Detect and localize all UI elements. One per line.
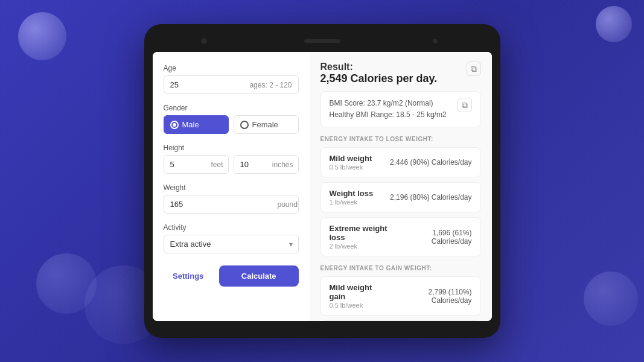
sphere-decoration-1 bbox=[18, 12, 66, 60]
weight-loss-subtitle: 1 lb/week bbox=[330, 198, 374, 206]
gender-male-option[interactable]: Male bbox=[164, 115, 229, 134]
tablet-camera bbox=[201, 38, 207, 44]
form-panel: Age ages: 2 - 120 Gender Male Female bbox=[153, 52, 310, 321]
action-buttons: Settings Calculate bbox=[164, 265, 299, 287]
lose-weight-cards: Mild weight 0.5 lb/week 2,446 (90%) Calo… bbox=[320, 147, 481, 256]
weight-loss-info: Weight loss 1 lb/week bbox=[330, 189, 374, 206]
tablet-speaker bbox=[304, 39, 340, 43]
copy-bmi-icon: ⧉ bbox=[462, 100, 468, 110]
height-inputs: feet inches bbox=[164, 155, 299, 174]
weight-loss-title: Weight loss bbox=[330, 189, 374, 198]
activity-field-group: Activity Sedentary Lightly active Modera… bbox=[164, 223, 299, 253]
activity-label: Activity bbox=[164, 223, 299, 232]
mild-gain-subtitle: 0.5 lb/week bbox=[330, 302, 389, 309]
height-feet-wrap: feet bbox=[164, 155, 229, 174]
female-radio-icon bbox=[240, 121, 249, 129]
activity-select-wrap: Sedentary Lightly active Moderately acti… bbox=[164, 235, 299, 253]
extreme-loss-calories: 1,696 (61%) Calories/day bbox=[398, 229, 471, 246]
height-feet-input[interactable] bbox=[164, 156, 210, 173]
gain-weight-section-label: ENERGY INTAKE TO GAIN WEIGHT: bbox=[320, 265, 481, 272]
settings-button[interactable]: Settings bbox=[164, 267, 213, 285]
mild-gain-info: Mild weight gain 0.5 lb/week bbox=[330, 283, 389, 309]
result-header: Result: 2,549 Calories per day. ⧉ bbox=[320, 62, 481, 85]
extreme-loss-subtitle: 2 lb/week bbox=[330, 243, 398, 250]
mild-weight-calories: 2,446 (90%) Calories/day bbox=[390, 158, 471, 167]
list-item: Mild weight 0.5 lb/week 2,446 (90%) Calo… bbox=[320, 147, 481, 177]
height-field-group: Height feet inches bbox=[164, 144, 299, 174]
mild-weight-info: Mild weight 0.5 lb/week bbox=[330, 154, 372, 171]
result-title: Result: bbox=[320, 62, 438, 72]
sphere-decoration-3 bbox=[596, 6, 632, 42]
mild-gain-title: Mild weight gain bbox=[330, 283, 389, 301]
bmi-card: BMI Score: 23.7 kg/m2 (Normal) Healthy B… bbox=[320, 91, 481, 127]
age-field-group: Age ages: 2 - 120 bbox=[164, 64, 299, 94]
mild-weight-subtitle: 0.5 lb/week bbox=[330, 164, 372, 171]
weight-field-group: Weight pounds bbox=[164, 183, 299, 214]
age-input-wrap: ages: 2 - 120 bbox=[164, 75, 299, 94]
inches-unit-label: inches bbox=[271, 156, 298, 173]
weight-input-wrap: pounds bbox=[164, 195, 299, 214]
tablet-frame: Age ages: 2 - 120 Gender Male Female bbox=[144, 24, 500, 338]
list-item: Weight gain 1 lb/week 2,999 (120%) Calor… bbox=[320, 320, 481, 321]
list-item: Weight loss 1 lb/week 2,196 (80%) Calori… bbox=[320, 182, 481, 212]
lose-weight-section-label: ENERGY INTAKE TO LOSE WEIGHT: bbox=[320, 136, 481, 142]
gender-label: Gender bbox=[164, 104, 299, 112]
bmi-score: BMI Score: 23.7 kg/m2 (Normal) bbox=[330, 98, 447, 109]
weight-input[interactable] bbox=[164, 195, 278, 213]
list-item: Extreme weight loss 2 lb/week 1,696 (61%… bbox=[320, 217, 481, 256]
gender-options: Male Female bbox=[164, 115, 299, 134]
copy-icon: ⧉ bbox=[471, 64, 477, 74]
result-panel: Result: 2,549 Calories per day. ⧉ BMI Sc… bbox=[310, 52, 492, 321]
height-inches-input[interactable] bbox=[234, 156, 271, 173]
bmi-info: BMI Score: 23.7 kg/m2 (Normal) Healthy B… bbox=[330, 98, 447, 121]
copy-calories-button[interactable]: ⧉ bbox=[467, 62, 481, 76]
weight-label: Weight bbox=[164, 183, 299, 192]
gender-female-label: Female bbox=[252, 120, 278, 129]
gender-female-option[interactable]: Female bbox=[234, 115, 299, 134]
result-calories: 2,549 Calories per day. bbox=[320, 72, 438, 85]
calculate-button[interactable]: Calculate bbox=[219, 265, 299, 287]
tablet-top-bar bbox=[153, 33, 492, 49]
feet-unit-label: feet bbox=[209, 156, 228, 173]
extreme-loss-info: Extreme weight loss 2 lb/week bbox=[330, 224, 398, 250]
gender-male-label: Male bbox=[182, 120, 199, 129]
gain-weight-section: ENERGY INTAKE TO GAIN WEIGHT: Mild weigh… bbox=[320, 265, 481, 321]
male-radio-icon bbox=[170, 121, 179, 129]
age-input[interactable] bbox=[164, 76, 250, 94]
mild-gain-calories: 2,799 (110%) Calories/day bbox=[389, 288, 472, 305]
mild-weight-title: Mild weight bbox=[330, 154, 372, 163]
gender-field-group: Gender Male Female bbox=[164, 104, 299, 134]
list-item: Mild weight gain 0.5 lb/week 2,799 (110%… bbox=[320, 276, 481, 316]
result-text: Result: 2,549 Calories per day. bbox=[320, 62, 438, 85]
age-label: Age bbox=[164, 64, 299, 72]
height-inches-wrap: inches bbox=[234, 155, 299, 174]
tablet-dot bbox=[433, 39, 438, 43]
bmi-range: Healthy BMI Range: 18.5 - 25 kg/m2 bbox=[330, 109, 447, 121]
copy-bmi-button[interactable]: ⧉ bbox=[457, 98, 472, 112]
sphere-decoration-6 bbox=[584, 272, 638, 326]
height-label: Height bbox=[164, 144, 299, 152]
age-hint: ages: 2 - 120 bbox=[249, 77, 298, 94]
weight-loss-calories: 2,196 (80%) Calories/day bbox=[390, 193, 471, 202]
extreme-loss-title: Extreme weight loss bbox=[330, 224, 398, 242]
activity-select[interactable]: Sedentary Lightly active Moderately acti… bbox=[164, 235, 299, 253]
tablet-screen: Age ages: 2 - 120 Gender Male Female bbox=[153, 52, 492, 321]
weight-unit-label: pounds bbox=[278, 196, 299, 213]
